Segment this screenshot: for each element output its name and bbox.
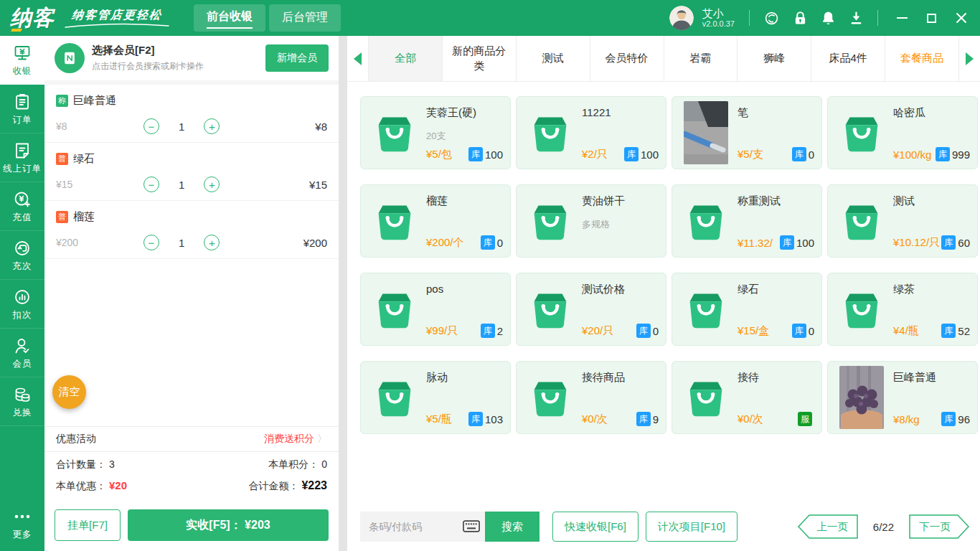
product-price: ¥100/kg xyxy=(893,149,931,161)
product-card[interactable]: 测试 ¥10.12/只 库 60 xyxy=(827,184,978,258)
category-tab[interactable]: 套餐商品 xyxy=(885,36,959,81)
categories-next-button[interactable] xyxy=(959,36,980,81)
hold-order-button[interactable]: 挂单[F7] xyxy=(55,509,121,541)
download-icon[interactable] xyxy=(849,11,863,26)
product-name: 测试 xyxy=(893,194,970,208)
category-tab[interactable]: 岩霸 xyxy=(664,36,738,81)
close-icon[interactable] xyxy=(956,12,967,24)
item-quantity: 1 xyxy=(179,121,184,133)
product-card[interactable]: 11221 ¥2/只 库 100 xyxy=(516,96,666,169)
counting-item-button[interactable]: 计次项目[F10] xyxy=(646,512,738,542)
tab-label: 后台管理 xyxy=(282,9,328,28)
cart-panel: 选择会员[F2] 点击进行会员搜索或刷卡操作 新增会员 称 巨峰普通 ¥8 − … xyxy=(44,36,339,551)
stock-badge: 库 xyxy=(936,147,950,161)
avatar[interactable] xyxy=(669,6,694,30)
category-tab[interactable]: 会员特价 xyxy=(590,36,664,81)
sidebar-item-recharge-times[interactable]: 充次 xyxy=(0,231,44,280)
quick-cashier-button[interactable]: 快速收银[F6] xyxy=(552,512,639,542)
service-icon[interactable] xyxy=(764,11,779,26)
sidebar-item-label: 扣次 xyxy=(13,309,32,321)
category-tab[interactable]: 新的商品分类 xyxy=(442,36,516,81)
sidebar-item-member[interactable]: 会员 xyxy=(0,329,44,377)
clear-cart-button[interactable]: 清空 xyxy=(52,375,86,409)
product-name: 榴莲 xyxy=(426,194,503,208)
sidebar-item-cashier[interactable]: 收银 xyxy=(0,36,44,85)
product-name: 称重测试 xyxy=(738,194,814,208)
product-card[interactable]: 巨峰普通 ¥8/kg 库 96 xyxy=(827,361,978,434)
order-summary: 合计数量：3 本单积分：0 本单优惠：¥20 合计金额：¥223 xyxy=(44,452,339,505)
product-card[interactable]: 接待 ¥0/次 服 xyxy=(672,361,822,434)
product-card[interactable]: 绿石 ¥15/盒 库 0 xyxy=(672,273,822,346)
sidebar-item-more[interactable]: 更多 xyxy=(0,499,44,551)
stock-badge: 库 xyxy=(780,235,794,250)
sidebar-item-recharge[interactable]: 充值 xyxy=(0,182,44,231)
tab-backend-manage[interactable]: 后台管理 xyxy=(269,4,341,32)
stock-info: 库 96 xyxy=(941,412,970,426)
stock-badge: 库 xyxy=(941,324,956,338)
product-card[interactable]: 称重测试 ¥11.32/ 库 100 xyxy=(672,184,822,258)
sidebar-item-deduct-times[interactable]: 扣次 xyxy=(0,280,44,329)
maximize-icon[interactable] xyxy=(927,14,936,23)
prev-page-button[interactable]: 上一页 xyxy=(797,514,859,540)
product-card[interactable]: 榴莲 ¥200/个 库 0 xyxy=(360,184,511,258)
recharge-icon xyxy=(13,190,32,209)
product-card[interactable]: 绿茶 ¥4/瓶 库 52 xyxy=(827,273,978,346)
category-tab[interactable]: 全部 xyxy=(368,36,442,81)
sidebar-item-online-orders[interactable]: 线上订单 xyxy=(0,133,44,182)
quantity-stepper: − 1 + xyxy=(143,118,220,134)
promo-row[interactable]: 优惠活动 消费送积分 〉 xyxy=(44,426,339,452)
product-card[interactable]: 接待商品 ¥0/次 库 9 xyxy=(516,361,666,434)
tab-front-cashier[interactable]: 前台收银 xyxy=(194,4,265,32)
stock-count: 52 xyxy=(958,325,970,337)
select-member-button[interactable]: 选择会员[F2] 点击进行会员搜索或刷卡操作 xyxy=(92,44,204,72)
product-price: ¥10.12/只 xyxy=(893,236,940,250)
product-card[interactable]: 脉动 ¥5/瓶 库 103 xyxy=(360,361,511,434)
category-tab[interactable]: 测试 xyxy=(516,36,590,81)
product-card[interactable]: 哈密瓜 ¥100/kg 库 999 xyxy=(827,96,978,169)
product-name: 脉动 xyxy=(426,371,503,385)
stock-count: 103 xyxy=(485,413,503,425)
stock-badge: 库 xyxy=(636,324,651,338)
increase-button[interactable]: + xyxy=(204,235,220,250)
increase-button[interactable]: + xyxy=(204,176,220,192)
product-card[interactable]: 测试价格 ¥20/只 库 0 xyxy=(516,273,666,346)
category-bar: 全部新的商品分类测试会员特价岩霸狮峰床品4件套餐商品 xyxy=(347,36,980,82)
decrease-button[interactable]: − xyxy=(143,176,159,192)
categories-prev-button[interactable] xyxy=(347,36,368,81)
product-card[interactable]: 芙蓉王(硬) 20支 ¥5/包 库 100 xyxy=(360,96,511,169)
keyboard-icon[interactable] xyxy=(463,520,480,535)
product-name: 接待 xyxy=(738,371,814,385)
checkout-button[interactable]: 实收[F5]： ¥203 xyxy=(128,509,329,541)
search-button[interactable]: 搜索 xyxy=(485,512,540,542)
increase-button[interactable]: + xyxy=(204,118,220,134)
category-tab[interactable]: 狮峰 xyxy=(737,36,811,81)
member-card-icon[interactable] xyxy=(55,43,85,73)
stock-badge: 库 xyxy=(792,324,806,338)
product-name: 黄油饼干 xyxy=(582,194,659,208)
user-block[interactable]: 艾小 v2.0.0.37 xyxy=(702,7,735,29)
lock-icon[interactable] xyxy=(793,11,807,26)
product-name: 芙蓉王(硬) xyxy=(426,106,503,120)
sidebar-item-orders[interactable]: 订单 xyxy=(0,85,44,133)
product-card[interactable]: pos ¥99/只 库 2 xyxy=(360,273,511,346)
stock-info: 库 0 xyxy=(792,324,814,338)
product-card[interactable]: 黄油饼干 多规格 xyxy=(516,184,666,258)
item-total: ¥200 xyxy=(303,237,327,249)
points-label: 本单积分： xyxy=(268,458,319,471)
category-tabs: 全部新的商品分类测试会员特价岩霸狮峰床品4件套餐商品 xyxy=(368,36,959,81)
minimize-icon[interactable] xyxy=(897,17,908,19)
decrease-button[interactable]: − xyxy=(143,235,159,250)
stock-info: 库 100 xyxy=(780,235,814,250)
sidebar-item-exchange[interactable]: 兑换 xyxy=(0,377,44,426)
next-page-button[interactable]: 下一页 xyxy=(908,514,970,540)
add-member-button[interactable]: 新增会员 xyxy=(265,44,329,72)
product-card[interactable]: 笔 ¥5/支 库 0 xyxy=(672,96,822,169)
stock-count: 9 xyxy=(653,413,659,425)
stock-badge: 库 xyxy=(624,147,639,161)
item-quantity: 1 xyxy=(179,179,184,191)
bell-icon[interactable] xyxy=(821,11,835,26)
app-logo: 纳客 xyxy=(10,4,55,33)
product-bag-icon xyxy=(833,283,890,335)
decrease-button[interactable]: − xyxy=(143,118,159,134)
category-tab[interactable]: 床品4件 xyxy=(811,36,885,81)
